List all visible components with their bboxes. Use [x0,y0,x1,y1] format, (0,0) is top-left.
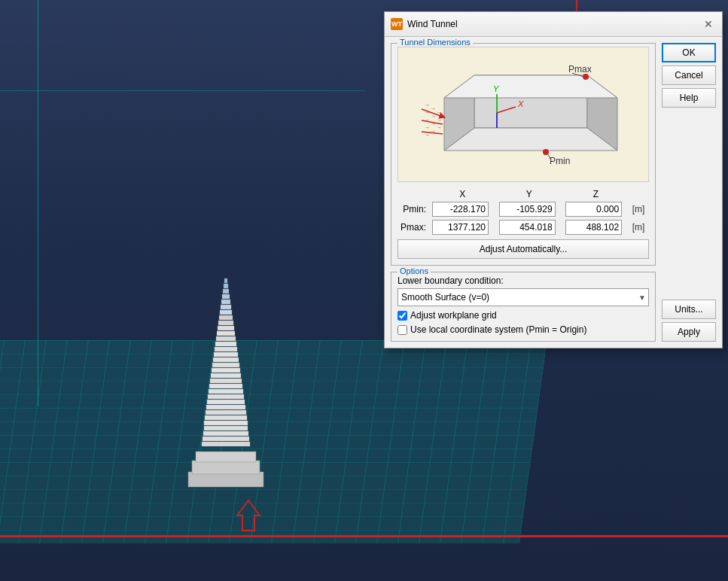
pmin-x-input[interactable] [432,202,489,217]
svg-text:→: → [437,117,442,123]
svg-rect-3 [192,461,260,474]
origin-marker [218,497,279,534]
pmin-row: Pmin: [m] [398,200,649,218]
svg-text:→: → [431,106,436,111]
svg-rect-29 [219,315,233,320]
wind-tunnel-dialog: WT Wind Tunnel ✕ Tunnel Dimensions [384,11,723,348]
svg-text:→: → [425,110,430,115]
svg-marker-37 [237,500,260,531]
svg-text:→: → [437,125,442,130]
pmin-label: Pmin: [398,200,429,218]
svg-rect-19 [212,368,240,373]
svg-rect-16 [209,384,242,388]
svg-point-65 [583,74,589,80]
dialog-title: Wind Tunnel [407,19,458,29]
svg-rect-12 [206,405,245,409]
svg-rect-25 [216,336,236,341]
adjust-automatically-button[interactable]: Adjust Automatically... [398,239,649,259]
options-label: Options [398,266,431,275]
axis-line-cyan-h [0,90,364,91]
svg-text:Pmin: Pmin [550,156,570,166]
svg-rect-26 [217,331,235,336]
svg-rect-20 [212,363,239,367]
close-button[interactable]: ✕ [701,17,716,32]
local-coordinate-checkbox-row[interactable]: Use local coordinate system (Pmin = Orig… [398,324,649,335]
svg-text:Y: Y [493,84,499,93]
svg-rect-4 [196,452,256,462]
svg-rect-31 [221,305,231,309]
svg-rect-18 [211,373,241,378]
options-group: Options Lower boundary condition: Smooth… [391,272,656,342]
svg-rect-22 [214,352,238,357]
svg-rect-7 [203,431,248,436]
local-coordinate-label: Use local coordinate system (Pmin = Orig… [410,324,586,335]
boundary-condition-wrapper: Smooth Surface (v=0) Rough Surface Slip … [398,288,649,306]
svg-marker-43 [444,75,617,98]
adjust-workplane-checkbox-row[interactable]: Adjust workplane grid [398,310,649,321]
red-ground-line [0,535,728,537]
svg-rect-34 [223,289,229,294]
col-header-x: X [429,188,496,200]
tunnel-diagram: → → → → → → → → → → → → [398,47,649,182]
local-coordinate-checkbox[interactable] [398,325,407,335]
units-button[interactable]: Units... [662,300,716,319]
svg-text:→: → [431,114,436,119]
pmin-unit: [m] [629,200,649,218]
app-icon-label: WT [391,20,402,28]
svg-text:→: → [425,132,430,138]
col-header-y: Y [496,188,563,200]
ok-button[interactable]: OK [662,43,716,62]
pmin-y-input[interactable] [499,202,556,217]
svg-rect-8 [204,426,248,430]
dialog-titlebar: WT Wind Tunnel ✕ [385,12,722,37]
svg-rect-27 [218,326,234,330]
svg-rect-11 [206,410,246,415]
tunnel-dimensions-group: Tunnel Dimensions [391,43,656,266]
dialog-main-content: Tunnel Dimensions [391,43,656,342]
svg-text:→: → [431,129,436,134]
svg-rect-17 [210,379,242,383]
pmax-x-input[interactable] [432,220,489,235]
adjust-workplane-checkbox[interactable] [398,311,407,321]
svg-rect-6 [203,437,249,441]
svg-text:→: → [437,110,442,115]
building-model [181,250,271,506]
svg-rect-24 [215,342,236,346]
svg-text:→: → [431,121,436,126]
svg-rect-15 [209,389,243,394]
coordinate-table: X Y Z Pmin: [m] [398,188,649,236]
svg-rect-14 [208,394,244,399]
titlebar-left: WT Wind Tunnel [391,18,458,30]
svg-rect-36 [224,278,227,283]
apply-button[interactable]: Apply [662,322,716,342]
svg-rect-33 [222,294,230,299]
dialog-buttons-panel: OK Cancel Help Units... Apply [662,43,716,342]
tunnel-dimensions-label: Tunnel Dimensions [398,38,473,47]
svg-rect-10 [205,415,247,420]
svg-text:Pmax: Pmax [568,64,592,75]
svg-text:X: X [517,99,524,108]
pmax-unit: [m] [629,218,649,236]
pmax-y-input[interactable] [499,220,556,235]
pmax-label: Pmax: [398,218,429,236]
app-icon: WT [391,18,403,30]
svg-text:→: → [425,125,430,130]
help-button[interactable]: Help [662,88,716,108]
lower-boundary-label: Lower boundary condition: [398,275,649,286]
pmax-row: Pmax: [m] [398,218,649,236]
svg-rect-9 [204,421,248,425]
svg-text:→: → [425,102,430,108]
pmax-z-input[interactable] [565,220,622,235]
svg-rect-5 [202,442,250,446]
svg-text:→: → [425,117,430,123]
cancel-button[interactable]: Cancel [662,65,716,85]
adjust-workplane-label: Adjust workplane grid [410,310,497,321]
svg-rect-28 [218,321,233,325]
svg-rect-30 [220,310,232,315]
tunnel-diagram-svg: → → → → → → → → → → → → [414,53,632,177]
pmin-z-input[interactable] [565,202,622,217]
boundary-condition-select[interactable]: Smooth Surface (v=0) Rough Surface Slip [398,288,649,306]
svg-rect-13 [207,400,245,404]
svg-rect-23 [215,347,237,351]
dialog-body: Tunnel Dimensions [385,37,722,348]
